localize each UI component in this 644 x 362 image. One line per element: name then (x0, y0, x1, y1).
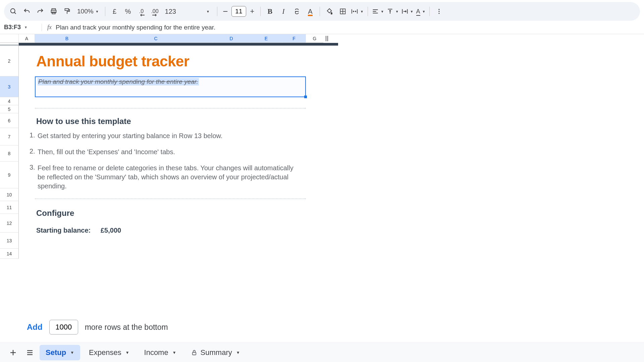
row-header-3[interactable]: 3 (0, 76, 19, 97)
print-icon[interactable] (48, 5, 60, 17)
step-3-text: Feel free to rename or delete categories… (38, 164, 299, 191)
horizontal-align-button[interactable]: ▼ (371, 8, 385, 15)
decrease-decimal-button[interactable]: .0 (136, 5, 148, 17)
row-header-6[interactable]: 6 (0, 113, 19, 128)
font-dropdown[interactable]: ▼ (202, 5, 214, 17)
row-header-14[interactable]: 14 (0, 249, 19, 259)
column-header-f[interactable]: F (282, 34, 306, 43)
svg-point-15 (439, 9, 440, 10)
borders-button[interactable] (337, 5, 349, 17)
column-header-e[interactable]: E (250, 34, 282, 43)
svg-rect-5 (65, 9, 69, 11)
italic-button[interactable]: I (277, 5, 289, 17)
tab-setup-label: Setup (46, 348, 66, 357)
strikethrough-button[interactable] (291, 5, 303, 17)
step-1-text: Get started by entering your starting ba… (38, 131, 299, 140)
name-box[interactable]: B3:F3 ▼ (4, 24, 40, 31)
formula-input[interactable]: Plan and track your monthly spending for… (56, 24, 215, 31)
tab-income[interactable]: Income ▼ (138, 345, 182, 360)
column-header-a[interactable]: A (19, 34, 35, 43)
separator (320, 7, 320, 16)
text-rotation-button[interactable]: A ▼ (416, 8, 426, 15)
font-size-decrease[interactable]: − (221, 5, 230, 17)
sheet-title: Annual budget tracker (36, 53, 189, 70)
select-all-corner[interactable] (0, 34, 19, 43)
chevron-down-icon: ▼ (410, 10, 414, 13)
chevron-down-icon: ▼ (96, 10, 99, 13)
row-header-11[interactable]: 11 (0, 201, 19, 214)
column-header-g[interactable]: G (306, 34, 323, 43)
chevron-down-icon: ▼ (360, 10, 364, 13)
column-resize-handle[interactable] (323, 34, 330, 43)
row-header-1[interactable] (0, 43, 19, 46)
paint-format-icon[interactable] (61, 5, 73, 17)
separator (42, 24, 42, 31)
row-header-13[interactable]: 13 (0, 233, 19, 249)
chevron-down-icon: ▼ (125, 350, 129, 355)
formula-bar: B3:F3 ▼ fx Plan and track your monthly s… (0, 21, 644, 34)
font-size-increase[interactable]: + (248, 5, 257, 17)
text-wrap-button[interactable]: ▼ (401, 8, 414, 15)
selection-handle[interactable] (304, 96, 307, 98)
sheet-canvas[interactable]: Annual budget tracker Plan and track you… (19, 43, 644, 259)
add-rows-input[interactable] (49, 320, 78, 335)
merge-cells-button[interactable]: ▼ (350, 8, 364, 15)
add-sheet-button[interactable] (6, 346, 20, 360)
zoom-label: 100% (77, 8, 94, 15)
row-header-10[interactable]: 10 (0, 188, 19, 201)
format-123-button[interactable]: 123 (162, 8, 179, 15)
search-icon[interactable] (7, 5, 19, 17)
sheet-tabs-bar: Setup ▼ Expenses ▼ Income ▼ Summary ▼ (0, 343, 644, 362)
svg-rect-4 (52, 12, 55, 14)
currency-button[interactable]: £ (109, 5, 121, 17)
row-header-8[interactable]: 8 (0, 145, 19, 162)
redo-icon[interactable] (34, 5, 46, 17)
chevron-down-icon: ▼ (395, 10, 399, 13)
add-rows-button[interactable]: Add (27, 322, 43, 332)
row-header-5[interactable]: 5 (0, 105, 19, 113)
row-headers: 2 3 4 5 6 7 8 9 10 11 12 13 14 (0, 43, 19, 259)
all-sheets-button[interactable] (23, 346, 37, 360)
tab-setup[interactable]: Setup ▼ (40, 345, 80, 360)
toolbar: 100% ▼ £ % .0 .00 123 ▼ − + B I A (4, 2, 640, 21)
bold-button[interactable]: B (264, 5, 276, 17)
selected-cell[interactable]: Plan and track your monthly spending for… (35, 76, 306, 97)
chevron-down-icon: ▼ (24, 25, 28, 29)
column-header-c[interactable]: C (99, 34, 213, 43)
text-color-button[interactable]: A (304, 5, 316, 17)
column-header-b[interactable]: B (35, 34, 99, 43)
tab-summary[interactable]: Summary ▼ (185, 345, 246, 360)
configure-heading: Configure (36, 208, 74, 218)
tab-expenses[interactable]: Expenses ▼ (83, 345, 136, 360)
divider (35, 198, 306, 199)
separator (217, 7, 217, 16)
increase-decimal-label: .00 (151, 8, 158, 14)
vertical-align-button[interactable]: ▼ (386, 8, 399, 15)
chevron-down-icon: ▼ (236, 350, 240, 355)
separator (368, 7, 368, 16)
chevron-down-icon: ▼ (172, 350, 176, 355)
decrease-decimal-label: .0 (139, 8, 144, 14)
undo-icon[interactable] (21, 5, 33, 17)
column-headers: A B C D E F G (0, 34, 644, 43)
row-header-4[interactable]: 4 (0, 97, 19, 105)
increase-decimal-button[interactable]: .00 (149, 5, 161, 17)
svg-point-0 (11, 9, 15, 13)
zoom-dropdown[interactable]: 100% ▼ (74, 8, 102, 15)
font-size-input[interactable] (231, 6, 246, 17)
percent-button[interactable]: % (122, 5, 134, 17)
column-header-d[interactable]: D (213, 34, 250, 43)
chevron-down-icon: ▼ (381, 10, 384, 13)
row-header-9[interactable]: 9 (0, 162, 19, 188)
more-icon[interactable] (433, 5, 445, 17)
header-band (19, 43, 338, 46)
row-header-2[interactable]: 2 (0, 46, 19, 76)
fill-color-button[interactable] (323, 5, 335, 17)
spreadsheet-grid: A B C D E F G 2 3 4 5 6 7 8 9 10 11 12 1… (0, 34, 644, 343)
font-size-group: − + (221, 5, 257, 17)
svg-rect-23 (192, 352, 196, 355)
fx-icon: fx (47, 24, 52, 31)
row-header-7[interactable]: 7 (0, 128, 19, 145)
row-header-12[interactable]: 12 (0, 214, 19, 233)
step-1-number: 1. (30, 131, 35, 139)
